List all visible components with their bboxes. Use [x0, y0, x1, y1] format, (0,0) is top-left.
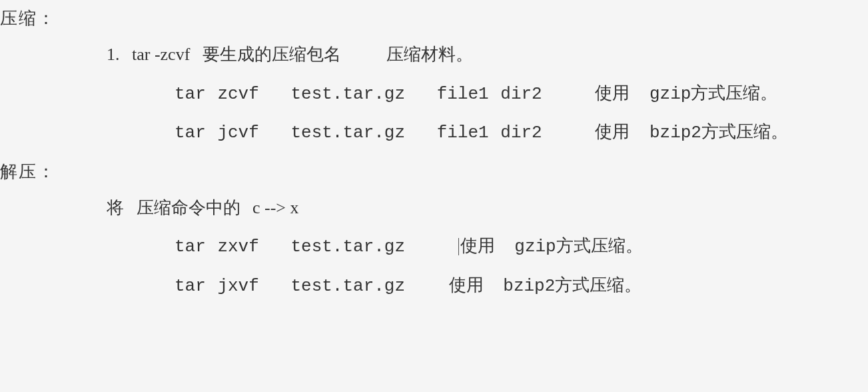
filename-text: test.tar.gz — [290, 276, 405, 296]
arg-desc-2: 压缩材料。 — [386, 45, 473, 64]
decompress-section-title: 解压： — [0, 160, 868, 184]
compress-example-1: tar zcvf test.tar.gz file1 dir2 使用 gzip方… — [175, 82, 868, 106]
compress-item-1: 1. tar -zcvf 要生成的压缩包名 压缩材料。 — [107, 43, 868, 67]
args-text: file1 dir2 — [437, 123, 542, 143]
filename-text: test.tar.gz — [290, 237, 405, 257]
compress-section-title: 压缩： — [0, 7, 868, 31]
note-text: gzip方式压缩。 — [514, 237, 642, 257]
filename-text: test.tar.gz — [290, 123, 405, 143]
note-text: gzip方式压缩。 — [650, 84, 777, 104]
decompress-example-1: tar zxvf test.tar.gz 使用 gzip方式压缩。 — [175, 235, 868, 259]
note-prefix: 使用 — [460, 237, 495, 257]
note-text: bzip2方式压缩。 — [503, 276, 642, 296]
compress-example-2: tar jcvf test.tar.gz file1 dir2 使用 bzip2… — [175, 121, 868, 145]
note-prefix: 使用 — [595, 123, 630, 143]
note-prefix: 使用 — [449, 276, 484, 296]
note-text: bzip2方式压缩。 — [650, 123, 788, 143]
command-text: tar jxvf — [175, 276, 259, 296]
note-prefix: 使用 — [595, 84, 630, 104]
command-text: tar zxvf — [175, 237, 259, 257]
filename-text: test.tar.gz — [290, 84, 405, 104]
command-text: tar jcvf — [175, 123, 259, 143]
sub-prefix: 将 — [107, 198, 124, 217]
sub-text: 压缩命令中的 — [137, 198, 240, 217]
arg-desc-1: 要生成的压缩包名 — [203, 45, 341, 64]
arrow-text: c --> x — [252, 198, 299, 217]
decompress-example-2: tar jxvf test.tar.gz 使用 bzip2方式压缩。 — [175, 274, 868, 298]
list-number: 1. — [107, 45, 120, 64]
command-text: tar -zcvf — [132, 45, 190, 64]
decompress-sub-line: 将 压缩命令中的 c --> x — [107, 196, 868, 220]
command-text: tar zcvf — [175, 84, 259, 104]
text-cursor-icon — [458, 238, 459, 255]
args-text: file1 dir2 — [437, 84, 542, 104]
